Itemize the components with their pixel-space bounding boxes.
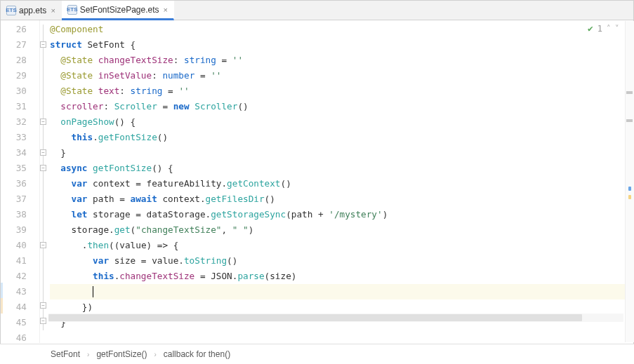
code-line: }) [50, 299, 633, 315]
chevron-down-icon[interactable]: ˅ [615, 24, 619, 33]
line-number: 44 [1, 299, 39, 315]
code-line: this.changeTextSize = JSON.parse(size) [50, 269, 633, 284]
line-number: 43 [1, 284, 39, 299]
code-line: var size = value.toString() [50, 253, 633, 269]
line-number: 34 [1, 145, 39, 161]
code-line: } [50, 145, 633, 161]
ets-file-icon: ETS [67, 5, 77, 15]
gutter: 26 27 28 29 30 31 32 33 34 35 36 37 38 3… [1, 20, 40, 343]
line-number: 42 [1, 269, 39, 284]
code-content[interactable]: ✔ 1 ˄ ˅ @Component struct SetFont { @Sta… [40, 20, 633, 343]
code-line [50, 284, 633, 299]
scroll-marker [626, 91, 633, 94]
code-line: .then((value) => { [50, 238, 633, 253]
line-number: 37 [1, 191, 39, 207]
breadcrumb-item[interactable]: SetFont [51, 349, 80, 359]
breadcrumb: SetFont › getFontSize() › callback for t… [0, 344, 634, 364]
scroll-marker [626, 119, 633, 122]
inspection-count: 1 [597, 24, 602, 34]
close-icon[interactable]: × [51, 6, 55, 15]
line-number: 29 [1, 68, 39, 83]
tab-bar: ETS app.ets × ETS SetFontSizePage.ets × [1, 1, 633, 20]
line-number: 32 [1, 114, 39, 130]
inspection-widget[interactable]: ✔ 1 ˄ ˅ [588, 23, 619, 34]
breadcrumb-item[interactable]: getFontSize() [96, 349, 147, 359]
caret-row-marker [1, 283, 3, 298]
line-number: 27 [1, 37, 39, 53]
caret [93, 286, 93, 297]
code-line [50, 330, 633, 343]
check-icon: ✔ [588, 23, 593, 34]
editor[interactable]: 26 27 28 29 30 31 32 33 34 35 36 37 38 3… [1, 20, 633, 343]
code-line: @State changeTextSize: string = '' [50, 53, 633, 68]
line-number: 45 [1, 315, 39, 330]
chevron-right-icon: › [87, 351, 89, 358]
code-line: storage.get("changeTextSize", " ") [50, 222, 633, 238]
code-line: @Component [50, 22, 633, 37]
tab-label: app.ets [19, 6, 46, 15]
close-icon[interactable]: × [164, 6, 168, 14]
breadcrumb-item[interactable]: callback for then() [164, 349, 230, 359]
line-number: 30 [1, 83, 39, 99]
code-line: async getFontSize() { [50, 161, 633, 176]
code-line: onPageShow() { [50, 114, 633, 130]
tab-label: SetFontSizePage.ets [80, 5, 159, 15]
code-line: var context = featureAbility.getContext(… [50, 176, 633, 191]
line-number: 36 [1, 176, 39, 191]
tab-app[interactable]: ETS app.ets × [1, 1, 62, 20]
line-number: 31 [1, 99, 39, 114]
code-line: struct SetFont { [50, 37, 633, 53]
scroll-marker [628, 195, 631, 199]
code-line: var path = await context.getFilesDir() [50, 191, 633, 207]
line-number: 40 [1, 238, 39, 253]
line-number: 38 [1, 207, 39, 222]
code-line: this.getFontSize() [50, 130, 633, 145]
scrollbar-thumb[interactable] [48, 314, 582, 321]
line-number: 35 [1, 161, 39, 176]
scroll-marker [628, 187, 631, 191]
code-line: scroller: Scroller = new Scroller() [50, 99, 633, 114]
ets-file-icon: ETS [6, 6, 16, 15]
line-number: 41 [1, 253, 39, 269]
chevron-up-icon[interactable]: ˄ [607, 24, 611, 33]
code-line: let storage = dataStorage.getStorageSync… [50, 207, 633, 222]
line-number: 26 [1, 22, 39, 37]
vertical-scrollbar[interactable] [625, 21, 634, 342]
horizontal-scrollbar[interactable] [48, 314, 623, 322]
line-number: 28 [1, 53, 39, 68]
chevron-right-icon: › [154, 351, 156, 358]
line-number: 39 [1, 222, 39, 238]
code-line: @State text: string = '' [50, 83, 633, 99]
line-number: 33 [1, 130, 39, 145]
change-marker [1, 298, 3, 314]
tab-setfontsizepage[interactable]: ETS SetFontSizePage.ets × [62, 1, 174, 20]
code-line: @State inSetValue: number = '' [50, 68, 633, 83]
